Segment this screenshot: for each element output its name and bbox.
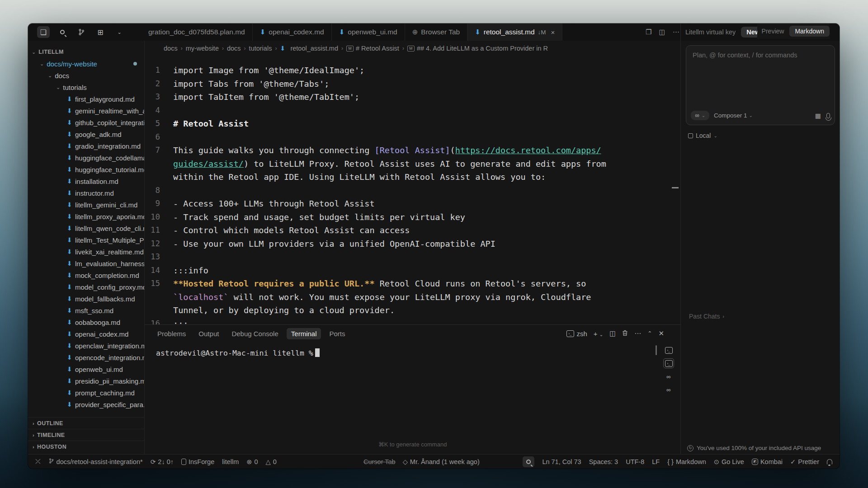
- statusbar-item[interactable]: InsForge: [181, 458, 214, 465]
- editor-tab[interactable]: ⊕Browser Tab: [405, 23, 467, 41]
- source-control-icon[interactable]: [75, 26, 88, 38]
- statusbar-item[interactable]: ⤫: [35, 458, 41, 465]
- breadcrumb-item[interactable]: docs: [227, 45, 241, 52]
- tree-file[interactable]: ⬇installation.md: [28, 175, 144, 187]
- tree-file[interactable]: ⬇model_config_proxy.md: [28, 281, 144, 293]
- agent-session-icon[interactable]: ∞: [663, 385, 674, 394]
- panel-close-icon[interactable]: ✕: [658, 329, 664, 338]
- tree-file[interactable]: ⬇openweb_ui.md: [28, 363, 144, 375]
- statusbar-item[interactable]: [523, 456, 534, 467]
- search-icon[interactable]: [56, 26, 69, 38]
- editor-tab[interactable]: ⬇openai_codex.md: [253, 23, 332, 41]
- tree-file[interactable]: ⬇msft_sso.md: [28, 305, 144, 316]
- tree-file[interactable]: ⬇openclaw_integration.md: [28, 340, 144, 352]
- statusbar-item[interactable]: ✓Prettier: [790, 458, 819, 465]
- statusbar-item[interactable]: docs/retool-assist-integration*: [48, 458, 143, 465]
- chat-input-box[interactable]: Plan, @ for context, / for commands ∞⌄ C…: [686, 45, 835, 125]
- statusbar-item[interactable]: litellm: [222, 458, 239, 465]
- breadcrumb-item[interactable]: my-website: [186, 45, 219, 52]
- tree-file[interactable]: ⬇model_fallbacks.md: [28, 293, 144, 305]
- tree-file[interactable]: ⬇prompt_caching.md: [28, 387, 144, 399]
- statusbar-item[interactable]: Cursor Tab: [363, 458, 396, 465]
- statusbar-item[interactable]: ◩Kombai: [752, 458, 783, 465]
- tree-root[interactable]: ⌄LITELLM: [28, 46, 144, 58]
- editor-pane[interactable]: 1import Image from '@theme/IdealImage';2…: [145, 56, 680, 324]
- tree-file[interactable]: ⬇litellm_proxy_aporia.md: [28, 211, 144, 222]
- extensions-icon[interactable]: ⊞: [94, 26, 107, 38]
- open-preview-icon[interactable]: ❐: [646, 28, 651, 36]
- tree-file[interactable]: ⬇openai_codex.md: [28, 328, 144, 340]
- sidebar-section-houston[interactable]: ›HOUSTON: [28, 441, 145, 452]
- tree-file[interactable]: ⬇oobabooga.md: [28, 316, 144, 328]
- terminal-prompt[interactable]: astrodevil@Astro-Mac-mini litellm %: [156, 348, 320, 357]
- breadcrumb-item[interactable]: ⬇retool_assist.md: [280, 45, 338, 52]
- statusbar-item[interactable]: ⊙Go Live: [714, 458, 744, 465]
- tree-folder[interactable]: ⌄docs: [28, 70, 144, 81]
- terminal-tab-ports[interactable]: Ports: [325, 328, 349, 339]
- tree-file[interactable]: ⬇lm_evaluation_harness....: [28, 258, 144, 269]
- statusbar-item[interactable]: ⊗0: [246, 458, 258, 465]
- statusbar-item[interactable]: ◇Mr. Ånand (1 week ago): [403, 458, 480, 465]
- terminal-tab-output[interactable]: Output: [194, 328, 223, 339]
- tab-close-icon[interactable]: ×: [551, 28, 555, 36]
- breadcrumb-item[interactable]: M# Retool Assist: [346, 45, 399, 52]
- tree-file[interactable]: ⬇google_adk.md: [28, 128, 144, 140]
- editor-tab[interactable]: ⬇openweb_ui.md: [332, 23, 405, 41]
- tree-file[interactable]: ⬇huggingface_tutorial.md: [28, 164, 144, 175]
- terminal-session-icon[interactable]: ›_: [663, 358, 674, 368]
- tree-file[interactable]: ⬇github_copilot_integrati...: [28, 117, 144, 128]
- composer-selector[interactable]: Composer 1⌄: [714, 112, 753, 119]
- tree-file[interactable]: ⬇mock_completion.md: [28, 269, 144, 281]
- breadcrumb-item[interactable]: M## 4. Add LiteLLM as a Custom Provider …: [407, 45, 548, 52]
- tree-folder[interactable]: ⌄docs/my-website: [28, 58, 144, 70]
- agent-mode-pill[interactable]: ∞⌄: [691, 111, 709, 120]
- split-editor-icon[interactable]: ◫: [659, 28, 665, 36]
- chat-tab-litellm[interactable]: Litellm virtual key: [685, 28, 736, 36]
- terminal-tab-terminal[interactable]: Terminal: [287, 328, 321, 339]
- tree-file[interactable]: ⬇provider_specific_para...: [28, 399, 144, 410]
- terminal-session-icon[interactable]: ›_: [663, 345, 674, 355]
- attach-image-icon[interactable]: ▦: [815, 112, 821, 119]
- tree-file[interactable]: ⬇gemini_realtime_with_a...: [28, 105, 144, 117]
- terminal-scrollbar[interactable]: [656, 345, 657, 355]
- editor-tab[interactable]: ⬇retool_assist.md↓M×: [467, 23, 562, 41]
- panel-maximize-icon[interactable]: ⌃: [647, 330, 652, 337]
- tree-file[interactable]: ⬇livekit_xai_realtime.md: [28, 246, 144, 258]
- statusbar-item[interactable]: ⟳2↓ 0↑: [151, 458, 174, 465]
- tree-file[interactable]: ⬇opencode_integration.md: [28, 352, 144, 363]
- shell-label[interactable]: ›_zsh: [566, 330, 587, 338]
- agent-session-icon[interactable]: ∞: [663, 371, 674, 381]
- statusbar-item[interactable]: LF: [652, 458, 660, 465]
- breadcrumb-item[interactable]: docs: [164, 45, 178, 52]
- statusbar-item[interactable]: [827, 459, 832, 465]
- past-chats[interactable]: Past Chats›: [689, 313, 724, 320]
- statusbar-item[interactable]: { }Markdown: [667, 458, 706, 465]
- sidebar-section-timeline[interactable]: ›TIMELINE: [28, 429, 145, 441]
- tree-file[interactable]: ⬇litellm_qwen_code_cli.md: [28, 222, 144, 234]
- breadcrumb-item[interactable]: tutorials: [249, 45, 272, 52]
- new-terminal-icon[interactable]: + ⌄: [594, 330, 603, 338]
- sidebar-section-outline[interactable]: ›OUTLINE: [28, 417, 145, 429]
- tree-file[interactable]: ⬇litellm_gemini_cli.md: [28, 199, 144, 211]
- markdown-toggle[interactable]: Markdown: [789, 26, 830, 37]
- tree-file[interactable]: ⬇instructor.md: [28, 187, 144, 199]
- activity-chevron-icon[interactable]: ⌄: [113, 26, 126, 38]
- statusbar-item[interactable]: △0: [266, 458, 277, 465]
- statusbar-item[interactable]: Spaces: 3: [589, 458, 618, 465]
- kill-terminal-icon[interactable]: [622, 330, 628, 338]
- tree-file[interactable]: ⬇gradio_integration.md: [28, 140, 144, 152]
- tree-file[interactable]: ⬇litellm_Test_Multiple_Pr...: [28, 234, 144, 246]
- statusbar-item[interactable]: Ln 71, Col 73: [542, 458, 581, 465]
- terminal-tab-problems[interactable]: Problems: [153, 328, 190, 339]
- terminal-tab-debug-console[interactable]: Debug Console: [227, 328, 283, 339]
- statusbar-item[interactable]: UTF-8: [626, 458, 644, 465]
- preview-toggle[interactable]: Preview: [762, 28, 784, 35]
- editor-tab[interactable]: gration_doc_d075fd58.plan.md: [141, 23, 253, 41]
- mic-icon[interactable]: [826, 113, 830, 118]
- split-terminal-icon[interactable]: ◫: [609, 329, 616, 338]
- tree-folder[interactable]: ⌄tutorials: [28, 81, 144, 93]
- tree-file[interactable]: ⬇huggingface_codellama...: [28, 152, 144, 164]
- tree-file[interactable]: ⬇presidio_pii_masking.md: [28, 375, 144, 387]
- local-selector[interactable]: Local ⌄: [688, 132, 717, 139]
- terminal-more-icon[interactable]: ⋯: [634, 329, 641, 338]
